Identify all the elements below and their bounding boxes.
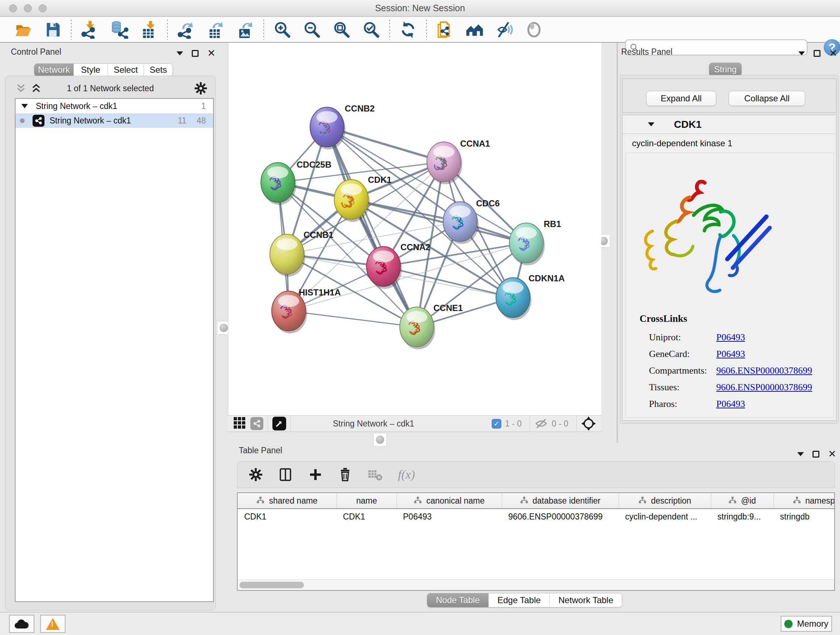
network-node-CDC25B[interactable]	[261, 163, 296, 205]
network-node-CDC6[interactable]	[443, 202, 478, 244]
import-network-database-icon[interactable]	[110, 20, 129, 39]
panel-close-icon[interactable]: ✕	[829, 49, 837, 58]
zoom-in-icon[interactable]	[273, 20, 292, 39]
delete-table-icon[interactable]	[368, 469, 383, 481]
open-session-icon[interactable]	[14, 20, 33, 39]
window-title: Session: New Session	[0, 3, 840, 13]
zoom-out-icon[interactable]	[302, 20, 321, 39]
crosslink-row: Uniprot:P06493	[649, 329, 830, 346]
panel-undock-icon[interactable]	[813, 451, 819, 458]
node-label-CCNB2: CCNB2	[345, 103, 375, 113]
network-edge[interactable]	[384, 266, 513, 298]
tab-network[interactable]: Network	[34, 64, 73, 76]
table-cell[interactable]: CDK1	[238, 509, 336, 524]
string-network-graph[interactable]: CCNB2CCNA1CDC25BCDK1CDC6RB1CCNB1CCNA2CDK…	[228, 43, 602, 415]
tab-sets[interactable]: Sets	[144, 64, 172, 76]
column-header-namespace[interactable]: namespace	[774, 493, 835, 508]
scrollbar-thumb[interactable]	[240, 582, 304, 588]
tab-edge-table[interactable]: Edge Table	[488, 593, 549, 607]
save-session-icon[interactable]	[43, 20, 62, 39]
panel-undock-icon[interactable]	[192, 50, 199, 57]
add-column-icon[interactable]	[308, 467, 323, 482]
delete-column-icon[interactable]	[338, 467, 352, 482]
network-node-CCNB1[interactable]	[270, 234, 305, 277]
panel-close-icon[interactable]: ✕	[828, 449, 836, 459]
network-node-HIST1H1A[interactable]	[272, 291, 307, 333]
string-enhance-icon[interactable]	[495, 20, 514, 39]
selected-items-checkbox[interactable]: ✓	[492, 419, 501, 429]
crosslink-label: Uniprot:	[649, 332, 716, 343]
memory-button[interactable]: Memory	[781, 616, 832, 632]
network-options-gear-icon[interactable]	[194, 82, 207, 96]
panel-float-icon[interactable]	[177, 51, 183, 55]
column-header-name[interactable]: name	[336, 493, 396, 508]
network-node-CCNA1[interactable]	[427, 142, 462, 184]
network-node-CCNB2[interactable]	[310, 107, 346, 149]
export-image-icon[interactable]	[236, 20, 255, 39]
network-node-RB1[interactable]	[509, 223, 545, 265]
grid-view-icon[interactable]	[233, 416, 246, 431]
column-header-description[interactable]: description	[619, 493, 711, 508]
column-header-canonical-name[interactable]: canonical name	[396, 493, 502, 508]
network-node-CCNE1[interactable]	[400, 307, 435, 349]
crosslink-value-link[interactable]: P06493	[716, 332, 745, 343]
zoom-selected-icon[interactable]	[362, 20, 381, 39]
column-header-@id[interactable]: @id	[711, 493, 774, 508]
string-glass-icon[interactable]	[524, 20, 543, 39]
network-node-CDK1[interactable]	[334, 180, 370, 222]
crosslink-value-link[interactable]: P06493	[716, 399, 745, 409]
birds-eye-view-icon[interactable]	[581, 416, 596, 431]
import-table-file-icon[interactable]	[140, 20, 158, 39]
network-view-share-icon[interactable]	[250, 417, 264, 430]
entry-header[interactable]: CDK1	[622, 115, 836, 134]
tab-network-table[interactable]: Network Table	[549, 593, 622, 607]
table-cell[interactable]: CDK1	[336, 509, 396, 524]
table-cell[interactable]: stringdb	[774, 509, 835, 524]
cloud-icon	[14, 618, 30, 629]
export-table-icon[interactable]	[206, 20, 225, 39]
table-cell[interactable]: stringdb:9...	[711, 509, 774, 524]
network-row-selected[interactable]: String Network – cdk1 11 48	[16, 113, 213, 128]
table-cell[interactable]: cyclin-dependent ...	[619, 509, 711, 524]
export-network-icon[interactable]	[177, 20, 195, 39]
tab-select[interactable]: Select	[107, 64, 144, 76]
panel-close-icon[interactable]: ✕	[207, 49, 216, 58]
results-tab-string[interactable]: String	[709, 63, 742, 76]
column-header-database-identifier[interactable]: database identifier	[502, 493, 619, 508]
network-node-CCNA2[interactable]	[366, 247, 402, 289]
apply-layout-icon[interactable]	[399, 20, 417, 39]
tree-expand-icon[interactable]	[21, 104, 28, 108]
panel-float-icon[interactable]	[797, 452, 804, 456]
network-node-CDKN1A[interactable]	[496, 278, 531, 320]
hidden-items-icon[interactable]	[534, 418, 548, 429]
entry-collapse-icon[interactable]	[648, 122, 654, 126]
panel-float-icon[interactable]	[798, 51, 805, 55]
tab-node-table[interactable]: Node Table	[427, 593, 488, 607]
zoom-fit-icon[interactable]	[332, 20, 351, 39]
string-import-icon[interactable]	[436, 20, 454, 39]
network-edge[interactable]	[289, 311, 417, 327]
import-network-file-icon[interactable]	[80, 20, 99, 39]
table-cell[interactable]: P06493	[396, 509, 502, 524]
table-row[interactable]: CDK1CDK1P064939606.ENSP00000378699cyclin…	[238, 509, 835, 524]
function-builder-icon[interactable]: f(x)	[398, 468, 415, 481]
table-cell[interactable]: 9606.ENSP00000378699	[502, 509, 619, 524]
warnings-button[interactable]	[40, 615, 65, 633]
crosslink-value-link[interactable]: 9606.ENSP00000378699	[716, 365, 812, 376]
collapse-all-button[interactable]: Collapse All	[729, 91, 805, 106]
detach-view-icon[interactable]	[272, 417, 286, 431]
crosslink-value-link[interactable]: P06493	[716, 348, 745, 359]
show-columns-icon[interactable]	[278, 467, 293, 482]
crosslink-value-link[interactable]: 9606.ENSP00000378699	[716, 382, 812, 393]
table-horizontal-scrollbar[interactable]	[238, 579, 834, 590]
expand-all-button[interactable]: Expand All	[646, 91, 716, 106]
table-options-gear-icon[interactable]	[249, 468, 263, 481]
tab-style[interactable]: Style	[73, 64, 107, 76]
cloud-status-button[interactable]	[9, 615, 34, 633]
column-header-shared-name[interactable]: shared name	[238, 493, 336, 508]
panel-undock-icon[interactable]	[813, 50, 821, 57]
toolbar-separator	[264, 19, 264, 40]
network-collection-row[interactable]: String Network – cdk1 1	[16, 99, 213, 113]
string-home-icon[interactable]	[465, 20, 484, 39]
network-view-canvas[interactable]: CCNB2CCNA1CDC25BCDK1CDC6RB1CCNB1CCNA2CDK…	[228, 43, 601, 415]
